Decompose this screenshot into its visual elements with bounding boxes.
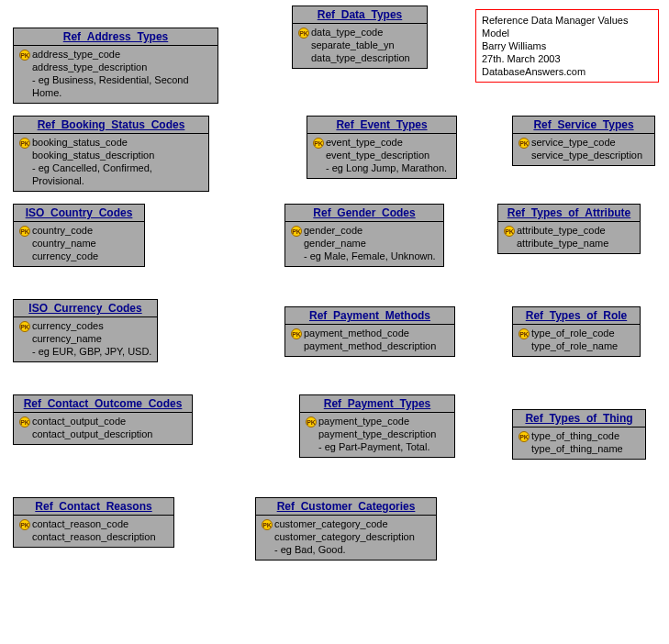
entity-title: Ref_Data_Types xyxy=(293,6,427,24)
field: payment_method_code xyxy=(304,327,409,339)
entity-ref-gender-codes: Ref_Gender_Codes PKgender_code gender_na… xyxy=(284,204,444,267)
field: attribute_type_code xyxy=(517,224,606,237)
note: - eg Part-Payment, Total. xyxy=(318,440,429,453)
info-line: DatabaseAnswers.com xyxy=(482,65,652,78)
field: type_of_role_name xyxy=(531,339,618,352)
field: currency_name xyxy=(32,332,102,345)
pk-icon: PK xyxy=(291,226,302,237)
field: customer_category_code xyxy=(274,517,388,530)
field: attribute_type_name xyxy=(517,237,608,250)
entity-ref-event-types: Ref_Event_Types PKevent_type_code event_… xyxy=(307,116,457,179)
pk-icon: PK xyxy=(291,328,302,339)
entity-title: Ref_Booking_Status_Codes xyxy=(14,117,208,134)
field: gender_name xyxy=(304,237,366,250)
field: address_type_description xyxy=(32,61,147,73)
field: contact_reason_description xyxy=(32,530,156,543)
field: service_type_code xyxy=(531,136,616,149)
entity-title: Ref_Types_of_Attribute xyxy=(498,205,640,222)
pk-icon: PK xyxy=(19,138,30,149)
info-box: Reference Data Manager Values Model Barr… xyxy=(475,9,659,83)
pk-icon: PK xyxy=(19,416,30,427)
entity-ref-payment-methods: Ref_Payment_Methods PKpayment_method_cod… xyxy=(284,306,455,357)
entity-title: Ref_Event_Types xyxy=(307,117,456,134)
pk-icon: PK xyxy=(313,138,324,149)
field: booking_status_description xyxy=(32,149,154,161)
field: country_name xyxy=(32,237,96,250)
entity-ref-contact-outcome-codes: Ref_Contact_Outcome_Codes PKcontact_outp… xyxy=(13,394,193,445)
field: payment_type_code xyxy=(318,415,409,427)
entity-title: Ref_Payment_Types xyxy=(300,395,454,413)
field: currency_code xyxy=(32,250,98,262)
note: - eg Male, Female, Unknown. xyxy=(304,250,436,262)
entity-title: ISO_Country_Codes xyxy=(14,205,144,222)
field: type_of_role_code xyxy=(531,327,615,339)
entity-title: Ref_Contact_Reasons xyxy=(14,498,173,516)
entity-ref-service-types: Ref_Service_Types PKservice_type_code se… xyxy=(512,116,655,166)
entity-iso-country-codes: ISO_Country_Codes PKcountry_code country… xyxy=(13,204,145,267)
note: - eg Cancelled, Confirmed, Provisional. xyxy=(32,161,205,187)
pk-icon: PK xyxy=(19,321,30,332)
field: country_code xyxy=(32,224,93,237)
field: event_type_code xyxy=(326,136,403,149)
field: currency_codes xyxy=(32,319,104,332)
pk-icon: PK xyxy=(518,138,530,149)
entity-iso-currency-codes: ISO_Currency_Codes PKcurrency_codes curr… xyxy=(13,299,158,362)
info-line: 27th. March 2003 xyxy=(482,52,652,65)
field: gender_code xyxy=(304,224,362,237)
pk-icon: PK xyxy=(19,519,30,530)
pk-icon: PK xyxy=(504,226,515,237)
field: payment_type_description xyxy=(318,427,436,440)
pk-icon: PK xyxy=(19,226,30,237)
entity-ref-customer-categories: Ref_Customer_Categories PKcustomer_categ… xyxy=(255,497,437,561)
entity-title: Ref_Types_of_Thing xyxy=(513,410,645,427)
entity-ref-data-types: Ref_Data_Types PKdata_type_code separate… xyxy=(292,6,428,69)
field: contact_reason_code xyxy=(32,517,128,530)
entity-title: Ref_Address_Types xyxy=(14,28,217,46)
pk-icon: PK xyxy=(518,328,530,339)
field: event_type_description xyxy=(326,149,429,161)
field: customer_category_description xyxy=(274,530,415,543)
field: type_of_thing_code xyxy=(531,429,619,442)
field: service_type_description xyxy=(531,149,642,161)
note: - eg EUR, GBP, JPY, USD. xyxy=(32,345,151,358)
field: data_type_code xyxy=(311,26,383,39)
entity-ref-booking-status-codes: Ref_Booking_Status_Codes PKbooking_statu… xyxy=(13,116,209,192)
pk-icon: PK xyxy=(518,431,530,442)
entity-title: Ref_Gender_Codes xyxy=(285,205,443,222)
field: data_type_description xyxy=(311,51,410,64)
entity-ref-types-of-thing: Ref_Types_of_Thing PKtype_of_thing_code … xyxy=(512,409,646,460)
field: contact_output_description xyxy=(32,427,152,440)
field: payment_method_description xyxy=(304,339,436,352)
entity-ref-address-types: Ref_Address_Types PKaddress_type_code ad… xyxy=(13,28,218,104)
note: - eg Business, Residential, Second Home. xyxy=(32,73,214,99)
pk-icon: PK xyxy=(298,28,309,39)
note: - eg Bad, Good. xyxy=(274,543,346,556)
entity-ref-contact-reasons: Ref_Contact_Reasons PKcontact_reason_cod… xyxy=(13,497,174,548)
entity-ref-types-of-role: Ref_Types_of_Role PKtype_of_role_code ty… xyxy=(512,306,641,357)
field: type_of_thing_name xyxy=(531,442,623,455)
field: address_type_code xyxy=(32,48,120,61)
entity-title: Ref_Customer_Categories xyxy=(256,498,436,516)
entity-title: Ref_Contact_Outcome_Codes xyxy=(14,395,192,413)
pk-icon: PK xyxy=(262,519,273,530)
field: separate_table_yn xyxy=(311,39,395,51)
entity-ref-types-of-attribute: Ref_Types_of_Attribute PKattribute_type_… xyxy=(497,204,641,254)
info-line: Reference Data Manager Values Model xyxy=(482,14,652,39)
entity-title: ISO_Currency_Codes xyxy=(14,300,157,317)
pk-icon: PK xyxy=(306,416,317,427)
field: booking_status_code xyxy=(32,136,128,149)
field: contact_output_code xyxy=(32,415,126,427)
note: - eg Long Jump, Marathon. xyxy=(326,161,447,174)
pk-icon: PK xyxy=(19,50,30,61)
entity-title: Ref_Types_of_Role xyxy=(513,307,640,325)
entity-title: Ref_Payment_Methods xyxy=(285,307,454,325)
info-line: Barry Williams xyxy=(482,39,652,52)
entity-title: Ref_Service_Types xyxy=(513,117,654,134)
entity-ref-payment-types: Ref_Payment_Types PKpayment_type_code pa… xyxy=(299,394,455,458)
